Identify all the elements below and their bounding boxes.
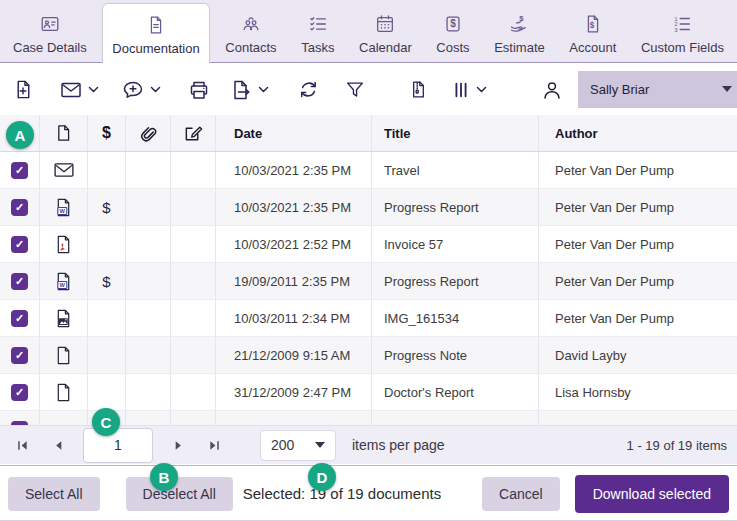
title-cell (372, 411, 539, 425)
checkbox-checked[interactable] (11, 347, 28, 364)
previous-page-icon (52, 439, 65, 452)
deselect-all-button[interactable]: Deselect All (126, 477, 233, 511)
title-cell: Progress Note (372, 337, 539, 373)
checkbox-checked[interactable] (11, 236, 28, 253)
table-row[interactable]: 10/03/2021 2:52 PM Invoice 57 Peter Van … (0, 226, 737, 263)
page-size-select[interactable]: 200 (260, 430, 336, 461)
tab-tasks[interactable]: Tasks (292, 0, 343, 62)
author-cell: Peter Van Der Pump (539, 189, 737, 225)
table-row[interactable]: 31/12/2009 2:47 PM Doctor's Report Lisa … (0, 374, 737, 411)
date-cell: 10/03/2021 2:35 PM (216, 189, 372, 225)
email-button[interactable] (59, 78, 99, 102)
add-document-icon (12, 78, 35, 101)
edit-cell (171, 263, 216, 299)
edit-cell (171, 374, 216, 410)
author-filter-select[interactable]: Sally Briar (578, 71, 737, 108)
document-icon (55, 383, 72, 402)
paperclip-icon (138, 123, 158, 143)
print-button[interactable] (187, 78, 211, 102)
add-comment-button[interactable] (121, 78, 161, 102)
attachment-cell (126, 374, 171, 410)
cancel-button[interactable]: Cancel (482, 477, 560, 511)
dollar-box-icon: $ (441, 13, 465, 35)
first-page-button[interactable] (4, 426, 40, 464)
chevron-down-icon (150, 86, 161, 93)
tab-costs[interactable]: $ Costs (427, 0, 478, 62)
chevron-down-icon (476, 86, 487, 93)
attachment-cell (126, 300, 171, 336)
header-attachment-column[interactable] (126, 115, 171, 151)
header-cost-column[interactable]: $ (88, 115, 126, 151)
person-icon (540, 78, 564, 102)
author-cell: Peter Van Der Pump (539, 300, 737, 336)
select-all-button[interactable]: Select All (8, 477, 100, 511)
author-cell: Peter Van Der Pump (539, 226, 737, 262)
edit-icon (183, 123, 203, 143)
tab-contacts[interactable]: Contacts (216, 0, 285, 62)
last-page-button[interactable] (196, 426, 232, 464)
checkbox-checked[interactable] (11, 384, 28, 401)
tab-custom-fields[interactable]: 123 Custom Fields (632, 0, 733, 62)
checkbox-checked[interactable] (11, 199, 28, 216)
checklist-icon (306, 13, 330, 35)
columns-button[interactable] (451, 79, 487, 101)
add-document-button[interactable] (12, 78, 35, 101)
previous-page-button[interactable] (40, 426, 76, 464)
table-row[interactable]: 10/03/2021 2:35 PM Travel Peter Van Der … (0, 152, 737, 189)
tab-documentation[interactable]: Documentation (102, 3, 209, 63)
footer-action-bar: Select All Deselect All Selected: 19 of … (0, 465, 737, 521)
tab-case-details[interactable]: Case Details (4, 0, 96, 62)
header-edit-column[interactable] (171, 115, 216, 151)
title-cell: IMG_161534 (372, 300, 539, 336)
refresh-icon (297, 78, 320, 101)
row-select-cell (0, 411, 40, 425)
refresh-button[interactable] (297, 78, 320, 101)
calendar-icon (373, 13, 397, 35)
doc-type-cell (40, 152, 88, 188)
title-cell: Doctor's Report (372, 374, 539, 410)
table-row[interactable]: W $ 10/03/2021 2:35 PM Progress Report P… (0, 189, 737, 226)
header-author-column[interactable]: Author (539, 115, 737, 151)
attachment-cell (126, 411, 171, 425)
tab-account[interactable]: $ Account (560, 0, 625, 62)
export-document-button[interactable] (229, 78, 269, 102)
title-cell: Progress Report (372, 263, 539, 299)
selected-count-label: Selected: 19 of 19 documents (243, 485, 441, 502)
cost-cell (88, 152, 126, 188)
page-size-value: 200 (271, 437, 294, 453)
table-row[interactable]: 21/12/2009 9:15 AM Progress Note David L… (0, 337, 737, 374)
table-row[interactable]: 10/03/2011 2:34 PM IMG_161534 Peter Van … (0, 300, 737, 337)
svg-text:3: 3 (675, 27, 679, 33)
checkbox-checked[interactable] (11, 273, 28, 290)
add-comment-icon (121, 78, 145, 102)
checkbox-checked[interactable] (11, 162, 28, 179)
document-icon (55, 346, 72, 365)
table-row[interactable]: W $ 19/09/2011 2:35 PM Progress Report P… (0, 263, 737, 300)
annotation-badge-b: B (150, 463, 178, 491)
date-cell: 10/03/2021 2:52 PM (216, 226, 372, 262)
dropdown-caret-icon (315, 442, 325, 448)
header-title-column[interactable]: Title (372, 115, 539, 151)
date-cell: 19/09/2011 2:35 PM (216, 263, 372, 299)
header-date-column[interactable]: Date (216, 115, 372, 151)
tab-estimate[interactable]: $ Estimate (485, 0, 554, 62)
cost-cell: $ (88, 263, 126, 299)
edit-cell (171, 411, 216, 425)
download-selected-button[interactable]: Download selected (575, 475, 729, 513)
items-range-label: 1 - 19 of 19 items (627, 438, 727, 453)
tab-calendar[interactable]: Calendar (350, 0, 421, 62)
zip-document-button[interactable] (408, 78, 429, 101)
page-number-input[interactable] (83, 428, 153, 463)
documents-table: $ Date Title Author 10/03/2021 2:35 PM T… (0, 115, 737, 425)
date-cell: 21/12/2009 9:15 AM (216, 337, 372, 373)
checkbox-checked[interactable] (11, 310, 28, 327)
dropdown-caret-icon (722, 86, 732, 92)
zip-document-icon (408, 78, 429, 101)
attachment-cell (126, 189, 171, 225)
filter-button[interactable] (344, 79, 366, 101)
hand-dollar-icon: $ (507, 13, 531, 35)
next-page-button[interactable] (160, 426, 196, 464)
header-doc-type-column[interactable] (40, 115, 88, 151)
first-page-icon (16, 439, 29, 452)
export-document-icon (229, 78, 253, 102)
